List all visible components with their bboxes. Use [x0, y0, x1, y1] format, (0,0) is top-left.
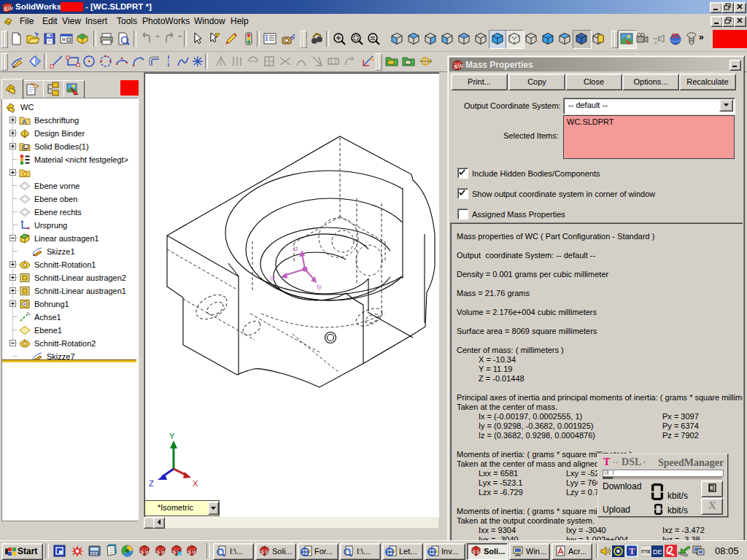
svg-text:Z: Z: [149, 479, 154, 488]
svg-text:Ix: Ix: [270, 275, 276, 282]
svg-text:W: W: [458, 63, 464, 69]
svg-text:Iy: Iy: [317, 283, 322, 290]
svg-text:S: S: [141, 550, 144, 555]
svg-text:Y: Y: [169, 432, 175, 440]
svg-text:S: S: [173, 550, 177, 555]
svg-text:DE: DE: [653, 548, 662, 556]
svg-text:W: W: [161, 550, 166, 555]
svg-text:A: A: [22, 118, 27, 125]
svg-text:W: W: [265, 550, 270, 555]
svg-text:W: W: [8, 5, 14, 12]
svg-text:T: T: [629, 545, 635, 556]
svg-text:X: X: [193, 479, 198, 488]
svg-text:X: X: [708, 499, 716, 511]
svg-text:3D: 3D: [671, 32, 680, 39]
svg-text:S: S: [157, 550, 160, 555]
svg-text:S: S: [188, 550, 192, 555]
svg-text:dsl: dsl: [642, 550, 648, 554]
svg-text:W: W: [476, 550, 481, 555]
svg-text:S: S: [261, 550, 265, 555]
svg-text:W: W: [145, 550, 150, 555]
svg-text:e: e: [654, 40, 657, 45]
svg-text:Iz: Iz: [293, 245, 299, 252]
svg-text:W: W: [193, 550, 198, 555]
svg-text:S: S: [473, 550, 476, 555]
